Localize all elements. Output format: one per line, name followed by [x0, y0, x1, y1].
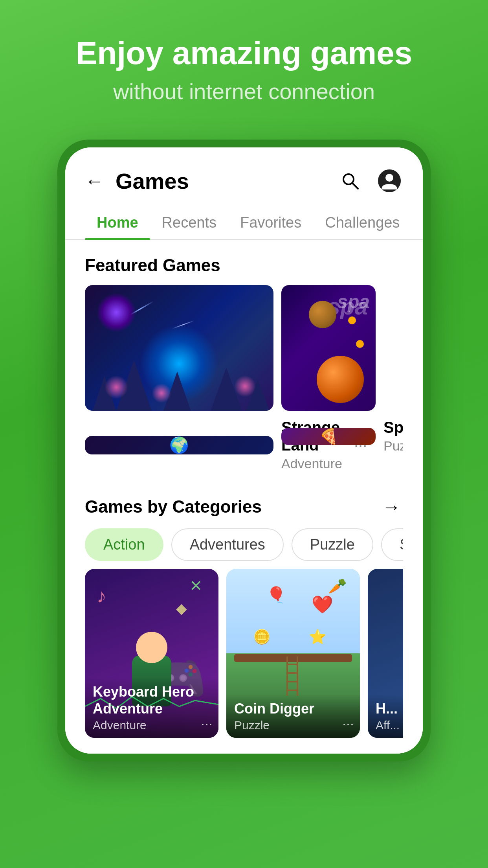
featured-card-image-space: spa [281, 285, 376, 411]
keyboard-hero-card-name: Keyboard Hero Adventure [93, 683, 211, 717]
featured-card-strange-land[interactable]: 🌍 Strange Land Adventure ··· [85, 285, 273, 479]
carrot: 🥕 [328, 577, 347, 595]
keyboard-hero-dots[interactable]: ··· [201, 715, 213, 732]
glow-1 [105, 375, 128, 399]
hero-section: Enjoy amazing games without internet con… [0, 0, 488, 104]
hero-subtitle: without internet connection [0, 79, 488, 104]
space-genre: Puzzle [383, 438, 403, 454]
planet-small [309, 301, 336, 328]
third-card-info: H... Aff... [368, 694, 403, 738]
profile-icon[interactable] [376, 167, 403, 195]
svg-point-3 [385, 174, 393, 182]
tab-challenges[interactable]: Challenges [313, 206, 411, 239]
svg-line-1 [352, 183, 358, 189]
coin-item: 🪙 [253, 629, 271, 645]
header-icons [336, 167, 403, 195]
space-label: spa [337, 291, 370, 313]
space-info: 🍕 Space Puzzle [281, 411, 376, 462]
categories-arrow[interactable]: → [380, 495, 403, 519]
content-area: Featured Games [65, 240, 423, 754]
tab-recents[interactable]: Recents [150, 206, 228, 239]
chip-adventures[interactable]: Adventures [171, 528, 284, 561]
head [136, 632, 167, 663]
ladder-side-r [297, 657, 298, 696]
balloon: 🎈 [266, 586, 286, 604]
coin-1 [348, 316, 356, 324]
third-card-name: H... [376, 700, 403, 717]
app-header: ← Games [65, 147, 423, 202]
glow-2 [152, 383, 171, 403]
planet-orange [317, 356, 364, 403]
shooting-star-2 [172, 320, 194, 329]
space-name: Space [383, 419, 403, 436]
space-icon: 🍕 [281, 428, 376, 445]
back-button[interactable]: ← [85, 170, 104, 192]
app-title: Games [116, 168, 336, 194]
category-chips: Action Adventures Puzzle Strategy [85, 528, 403, 569]
strange-land-icon: 🌍 [85, 436, 273, 454]
space-meta: Space Puzzle [383, 419, 403, 454]
game-card-keyboard-hero[interactable]: ♪ ✕ ◆ Keyboard Hero Adventure Adve [85, 569, 218, 738]
keyboard-hero-card-genre: Adventure [93, 719, 211, 732]
phone-frame: ← Games Home [57, 140, 431, 761]
keyboard-hero-card-info: Keyboard Hero Adventure Adventure [85, 677, 218, 738]
glow-3 [234, 375, 256, 397]
coin-digger-card-info: Coin Digger Puzzle [226, 694, 360, 738]
chip-strategy[interactable]: Strategy [381, 528, 403, 561]
featured-section-title: Featured Games [85, 240, 403, 285]
game-card-third[interactable]: H... Aff... [368, 569, 403, 738]
categories-section-header: Games by Categories → [85, 479, 403, 528]
ladder-side-l [286, 657, 288, 696]
featured-games-list: 🌍 Strange Land Adventure ··· spa [85, 285, 403, 479]
category-games-grid: ♪ ✕ ◆ Keyboard Hero Adventure Adve [85, 569, 403, 754]
coin-digger-dots[interactable]: ··· [342, 715, 354, 732]
shooting-star-1 [126, 301, 154, 318]
dot-mark: ◆ [176, 600, 187, 617]
game-card-coin-digger[interactable]: ❤️ 🎈 🥕 🪙 ⭐ Coin Digger Puzzle ··· [226, 569, 360, 738]
coin-2 [356, 340, 364, 348]
heart-fruit: ❤️ [312, 594, 333, 615]
tab-favorites[interactable]: Favorites [228, 206, 313, 239]
phone-screen: ← Games Home [65, 147, 423, 754]
coin-digger-card-name: Coin Digger [234, 700, 352, 717]
hero-title: Enjoy amazing games [0, 35, 488, 71]
space-thumb: spa [281, 285, 376, 411]
tabs-container: Home Recents Favorites Challenges [65, 202, 423, 240]
chip-puzzle[interactable]: Puzzle [292, 528, 373, 561]
categories-title: Games by Categories [85, 497, 262, 517]
search-icon[interactable] [336, 167, 364, 195]
ladder [286, 657, 298, 696]
tab-home[interactable]: Home [85, 206, 150, 239]
featured-card-image-strange [85, 285, 273, 411]
featured-card-space[interactable]: spa 🍕 Space Puzzle [281, 285, 376, 479]
strange-land-thumb [85, 285, 273, 411]
strange-land-info: 🌍 Strange Land Adventure ··· [85, 411, 273, 479]
third-card-genre: Aff... [376, 719, 403, 732]
star-item: ⭐ [309, 629, 327, 645]
chip-action[interactable]: Action [85, 528, 163, 561]
coin-digger-card-genre: Puzzle [234, 719, 352, 732]
music-note: ♪ [97, 585, 106, 607]
x-mark: ✕ [189, 577, 203, 595]
